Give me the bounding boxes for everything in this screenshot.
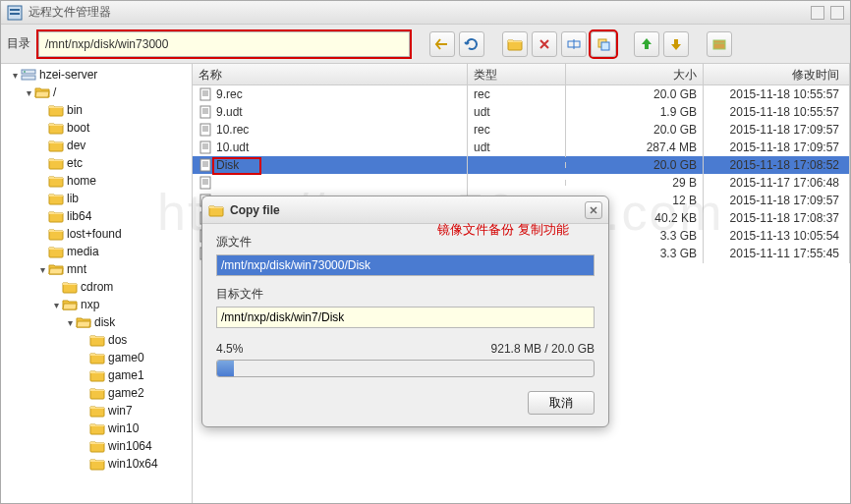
newfolder-button[interactable] <box>502 31 528 57</box>
tree-cdrom[interactable]: cdrom <box>1 278 192 296</box>
maximize-button[interactable] <box>830 6 844 20</box>
tree-item-dos[interactable]: dos <box>1 331 192 349</box>
file-row[interactable]: 10.udt udt 287.4 MB 2015-11-18 17:09:57 <box>193 139 850 156</box>
back-button[interactable] <box>429 31 455 57</box>
refresh-icon <box>464 36 480 52</box>
minimize-button[interactable] <box>811 6 824 20</box>
upload-button[interactable] <box>634 31 659 57</box>
progress-percent: 4.5% <box>216 342 243 356</box>
folder-icon <box>89 404 105 418</box>
app-icon <box>7 5 23 21</box>
folder-icon <box>208 202 224 218</box>
folder-open-icon <box>48 262 64 276</box>
tree-item-lib64[interactable]: lib64 <box>1 207 192 225</box>
tree-item-etc[interactable]: etc <box>1 154 192 172</box>
col-size[interactable]: 大小 <box>566 64 704 84</box>
folder-open-icon <box>76 315 91 329</box>
tree-item-dev[interactable]: dev <box>1 137 192 154</box>
dialog-close-button[interactable] <box>585 201 602 219</box>
window-title: 远程文件管理器 <box>28 4 805 21</box>
toggle-icon[interactable]: ▾ <box>9 70 21 81</box>
cancel-button[interactable]: 取消 <box>528 391 595 415</box>
refresh-button[interactable] <box>459 31 484 57</box>
src-input[interactable] <box>216 254 595 276</box>
folder-icon <box>48 156 64 170</box>
folder-icon <box>89 421 105 435</box>
copy-icon <box>596 36 611 52</box>
progress-fill <box>217 361 234 376</box>
back-icon <box>434 36 450 52</box>
file-row[interactable]: Disk 20.0 GB 2015-11-18 17:08:52 <box>193 156 850 174</box>
tree-mnt[interactable]: ▾mnt <box>1 260 192 278</box>
delete-button[interactable] <box>532 31 557 57</box>
toggle-icon[interactable]: ▾ <box>64 317 76 328</box>
folder-icon <box>89 457 105 471</box>
folder-icon <box>48 139 64 152</box>
file-icon <box>199 123 212 137</box>
file-icon <box>199 158 212 172</box>
dialog-titlebar: Copy file <box>202 196 608 224</box>
server-icon <box>21 68 36 82</box>
toggle-icon[interactable]: ▾ <box>36 264 48 275</box>
path-highlight <box>36 29 412 59</box>
rename-button[interactable] <box>561 31 587 57</box>
file-row[interactable]: 9.udt udt 1.9 GB 2015-11-18 10:55:57 <box>193 103 850 121</box>
tree-item-home[interactable]: home <box>1 172 192 190</box>
file-row[interactable]: 9.rec rec 20.0 GB 2015-11-18 10:55:57 <box>193 85 850 103</box>
tree-disk[interactable]: ▾disk <box>1 313 192 331</box>
progress-bar <box>216 360 595 377</box>
archive-button[interactable] <box>707 31 732 57</box>
tree-nxp[interactable]: ▾nxp <box>1 296 192 313</box>
toolbar: 目录 <box>1 25 850 64</box>
svg-rect-9 <box>10 13 20 15</box>
tree-item-win7[interactable]: win7 <box>1 402 192 420</box>
column-headers: 名称 类型 大小 修改时间 <box>193 64 850 85</box>
tree-root[interactable]: ▾/ <box>1 84 192 101</box>
folder-icon <box>89 351 105 364</box>
download-icon <box>668 36 684 52</box>
folder-icon <box>89 386 105 400</box>
path-input[interactable] <box>38 31 410 57</box>
folder-icon <box>48 103 64 117</box>
archive-icon <box>711 36 727 52</box>
file-row[interactable]: 29 B 2015-11-17 17:06:48 <box>193 174 850 192</box>
folder-icon <box>48 121 64 135</box>
dialog-title: Copy file <box>230 203 585 217</box>
copy-button[interactable] <box>591 31 616 57</box>
file-icon <box>199 176 212 190</box>
tree-item-win1064[interactable]: win1064 <box>1 437 192 455</box>
tree-item-win10x64[interactable]: win10x64 <box>1 455 192 473</box>
col-date[interactable]: 修改时间 <box>704 64 850 84</box>
file-icon <box>199 140 212 154</box>
folder-icon <box>89 439 105 453</box>
newfolder-icon <box>507 36 523 52</box>
rename-icon <box>566 36 582 52</box>
tree-item-lib[interactable]: lib <box>1 190 192 207</box>
tree-item-win10[interactable]: win10 <box>1 420 192 437</box>
folder-icon <box>48 192 64 205</box>
col-type[interactable]: 类型 <box>468 64 566 84</box>
toggle-icon[interactable]: ▾ <box>50 300 62 310</box>
folder-icon <box>48 174 64 188</box>
tree-server[interactable]: ▾hzei-server <box>1 66 192 84</box>
tree-item-lost+found[interactable]: lost+found <box>1 225 192 243</box>
folder-icon <box>48 209 64 223</box>
folder-open-icon <box>34 85 50 99</box>
tree-item-boot[interactable]: boot <box>1 119 192 137</box>
tree-item-game0[interactable]: game0 <box>1 349 192 366</box>
download-button[interactable] <box>663 31 689 57</box>
file-icon <box>199 105 212 119</box>
dst-input[interactable] <box>216 307 595 328</box>
svg-rect-8 <box>10 9 20 11</box>
file-row[interactable]: 10.rec rec 20.0 GB 2015-11-18 17:09:57 <box>193 121 850 139</box>
col-name[interactable]: 名称 <box>193 64 468 84</box>
toggle-icon[interactable]: ▾ <box>23 87 34 98</box>
tree-item-media[interactable]: media <box>1 243 192 260</box>
progress-bytes: 921.8 MB / 20.0 GB <box>491 342 595 356</box>
folder-icon <box>89 368 105 382</box>
tree-item-bin[interactable]: bin <box>1 101 192 119</box>
tree-item-game2[interactable]: game2 <box>1 384 192 402</box>
tree-panel[interactable]: ▾hzei-server ▾/ bin boot dev etc home li… <box>1 64 193 503</box>
tree-item-game1[interactable]: game1 <box>1 366 192 384</box>
copy-dialog: Copy file 源文件 目标文件 4.5% 921.8 MB / 20.0 … <box>201 196 609 427</box>
